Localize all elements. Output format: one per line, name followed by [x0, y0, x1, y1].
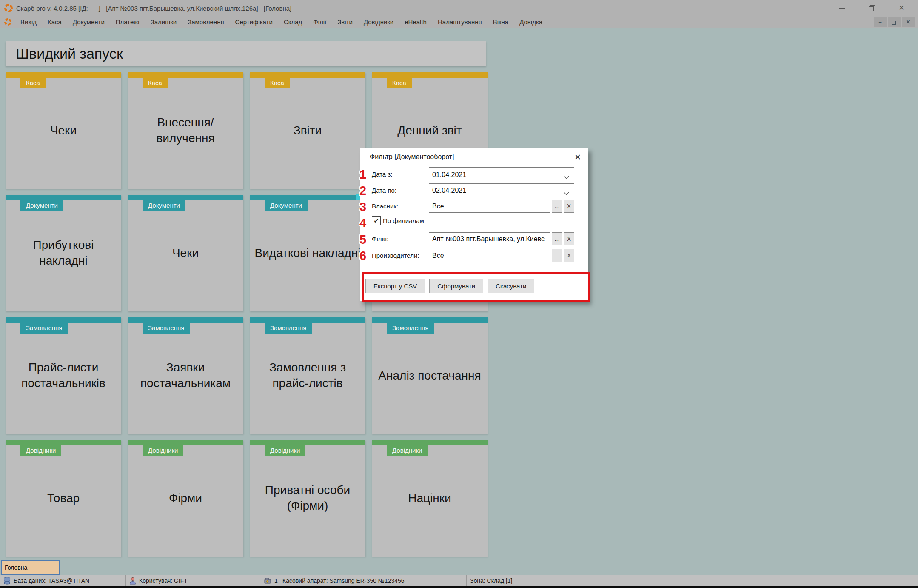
chevron-down-icon[interactable] — [564, 189, 569, 197]
menu-logo-icon — [4, 18, 11, 26]
statusbar-cash-register: Касовий апарат: Samsung ER-350 №123456 — [282, 577, 405, 584]
chevron-down-icon[interactable] — [564, 173, 569, 181]
statusbar-user: Користувач: GIFT — [139, 577, 188, 584]
branch-input[interactable]: Апт №003 пгт.Барышевка, ул.Киевс — [429, 232, 550, 245]
tile-label: Приватні особи (Фірми) — [250, 440, 365, 557]
owner-browse-button[interactable]: … — [552, 200, 562, 213]
menu-items: ВихідКасаДокументиПлатежіЗалишкиЗамовлен… — [15, 18, 548, 26]
tile-label: Видаткові накладні — [250, 195, 365, 311]
menu-item-залишки[interactable]: Залишки — [145, 18, 182, 26]
menu-item-налаштування[interactable]: Налаштування — [432, 18, 488, 26]
minimize-button[interactable] — [838, 4, 846, 12]
menu-item-документи[interactable]: Документи — [67, 18, 110, 26]
restore-button[interactable] — [868, 4, 875, 12]
menu-item-замовлення[interactable]: Замовлення — [182, 18, 229, 26]
menu-item-каса[interactable]: Каса — [42, 18, 67, 26]
cash-register-icon — [264, 577, 271, 584]
statusbar-zone: Зона: Склад [1] — [470, 577, 513, 584]
mdi-client-area: Швидкий запуск КасаЧекиКасаВнесення/вилу… — [0, 28, 918, 586]
date-to-input[interactable]: 02.04.2021 — [429, 183, 574, 197]
owner-input[interactable]: Все — [429, 200, 550, 213]
quick-launch-tile[interactable]: ДовідникиНацінки — [372, 440, 488, 557]
quick-launch-tile[interactable]: ДокументиВидаткові накладні — [250, 195, 365, 311]
app-logo-icon — [4, 4, 13, 12]
owner-clear-button[interactable]: X — [564, 200, 574, 213]
date-from-label: Дата з: — [372, 171, 429, 178]
tab-home[interactable]: Головна — [1, 560, 60, 575]
menu-item-довідка[interactable]: Довідка — [514, 18, 548, 26]
quick-launch-tile[interactable]: ДокументиПрибуткові накладні — [6, 195, 121, 311]
quick-launch-header: Швидкий запуск — [6, 41, 486, 66]
quick-launch-tile[interactable]: ЗамовленняЗаявки постачальникам — [128, 317, 243, 434]
bottom-strip — [0, 586, 918, 588]
menu-item-склад[interactable]: Склад — [278, 18, 308, 26]
manufacturers-input[interactable]: Все — [429, 249, 550, 262]
user-icon — [129, 577, 136, 585]
owner-label: Власник: — [372, 203, 429, 210]
branch-browse-button[interactable]: … — [552, 232, 562, 245]
quick-launch-tile[interactable]: ДокументиЧеки — [128, 195, 243, 311]
statusbar: База даних: TASA3@TITAN Користувач: GIFT… — [0, 575, 918, 586]
dialog-close-icon[interactable]: ✕ — [574, 152, 581, 162]
quick-launch-tile[interactable]: КасаЧеки — [6, 72, 121, 189]
menu-item-філії[interactable]: Філії — [308, 18, 332, 26]
dialog-titlebar: Фильтр [Документооборот] ✕ — [360, 148, 588, 166]
window-title: Скарб pro v. 4.0.2.85 [ІД: ] - [Апт №003… — [16, 5, 291, 12]
database-icon — [3, 577, 11, 585]
quick-launch-tile[interactable]: КасаВнесення/вилучення — [128, 72, 243, 189]
menubar: ВихідКасаДокументиПлатежіЗалишкиЗамовлен… — [0, 16, 918, 28]
quick-launch-tile[interactable]: КасаЗвіти — [250, 72, 365, 189]
export-csv-button[interactable]: Експорт у CSV — [365, 279, 425, 293]
tile-label: Націнки — [372, 440, 488, 557]
menu-item-ehealth[interactable]: eHealth — [399, 18, 432, 26]
menu-item-довідники[interactable]: Довідники — [358, 18, 399, 26]
menu-item-платежі[interactable]: Платежі — [110, 18, 145, 26]
generate-button[interactable]: Сформувати — [429, 279, 483, 293]
quick-launch-tile[interactable]: ЗамовленняПрайс-листи постачальників — [6, 317, 121, 434]
by-branches-label: По филиалам — [383, 217, 424, 224]
manufacturers-clear-button[interactable]: X — [564, 249, 574, 262]
tile-label: Прибуткові накладні — [6, 195, 121, 311]
by-branches-checkbox[interactable]: ✔ — [372, 216, 381, 225]
tile-label: Замовлення з прайс-листів — [250, 317, 365, 434]
menu-item-вікна[interactable]: Вікна — [488, 18, 514, 26]
statusbar-database: База даних: TASA3@TITAN — [14, 577, 89, 584]
branch-clear-button[interactable]: X — [564, 232, 574, 245]
titlebar: Скарб pro v. 4.0.2.85 [ІД: ] - [Апт №003… — [0, 0, 918, 16]
dialog-title: Фильтр [Документооборот] — [370, 153, 454, 161]
statusbar-count: 1 — [274, 577, 278, 584]
tile-label: Товар — [6, 440, 121, 557]
quick-launch-tile[interactable]: ДовідникиПриватні особи (Фірми) — [250, 440, 365, 557]
mdi-minimize-button[interactable]: – — [874, 17, 887, 27]
close-button[interactable]: ✕ — [898, 4, 905, 12]
tile-label: Аналіз постачання — [372, 317, 488, 434]
quick-launch-tile[interactable]: ЗамовленняАналіз постачання — [372, 317, 488, 434]
date-to-label: Дата по: — [372, 187, 429, 194]
manufacturers-browse-button[interactable]: … — [552, 249, 562, 262]
tile-label: Внесення/вилучення — [128, 72, 243, 189]
mdi-close-button[interactable]: ✕ — [902, 17, 915, 27]
tile-label: Чеки — [128, 195, 243, 311]
text-caret — [467, 170, 467, 179]
quick-launch-tile[interactable]: ДовідникиТовар — [6, 440, 121, 557]
page-title: Швидкий запуск — [16, 46, 123, 62]
cancel-button[interactable]: Скасувати — [488, 279, 534, 293]
menu-item-звіти[interactable]: Звіти — [332, 18, 358, 26]
date-from-input[interactable]: 01.04.2021 — [429, 167, 574, 181]
menu-item-сертифікати[interactable]: Сертифікати — [230, 18, 278, 26]
quick-launch-tile[interactable]: ЗамовленняЗамовлення з прайс-листів — [250, 317, 365, 434]
menu-item-вихід[interactable]: Вихід — [15, 18, 42, 26]
tile-label: Фірми — [128, 440, 243, 557]
tile-label: Заявки постачальникам — [128, 317, 243, 434]
manufacturers-label: Производители: — [372, 252, 429, 259]
branch-label: Філія: — [372, 235, 429, 243]
tile-label: Звіти — [250, 72, 365, 189]
mdi-restore-button[interactable] — [888, 17, 901, 27]
tile-label: Прайс-листи постачальників — [6, 317, 121, 434]
filter-dialog: Фильтр [Документооборот] ✕ Дата з: 01.04… — [360, 148, 588, 301]
tile-label: Чеки — [6, 72, 121, 189]
quick-launch-tile[interactable]: ДовідникиФірми — [128, 440, 243, 557]
quick-launch-grid: КасаЧекиКасаВнесення/вилученняКасаЗвітиК… — [6, 72, 488, 557]
